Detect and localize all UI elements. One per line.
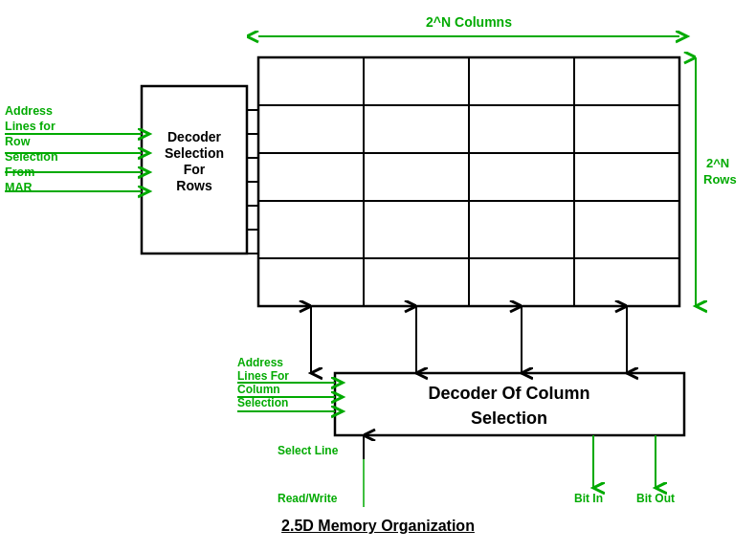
addr-row-label2: Lines for bbox=[5, 120, 56, 133]
diagram: Decoder Selection For Rows Address Lines… bbox=[0, 0, 756, 552]
bit-in-label: Bit In bbox=[574, 492, 603, 505]
addr-col-label1: Address bbox=[237, 356, 283, 369]
addr-col-label2: Lines For bbox=[237, 369, 289, 383]
addr-row-label5: From bbox=[5, 166, 34, 179]
addr-col-label3: Column bbox=[237, 383, 280, 396]
columns-label: 2^N Columns bbox=[426, 14, 512, 30]
bit-out-label: Bit Out bbox=[636, 492, 675, 505]
decoder-col-line1: Decoder Of Column bbox=[428, 384, 589, 403]
rows-label1: 2^N bbox=[706, 156, 729, 170]
read-write-label: Read/Write bbox=[278, 492, 338, 505]
select-line-label: Select Line bbox=[278, 444, 339, 457]
diagram-title: 2.5D Memory Organization bbox=[281, 518, 475, 535]
addr-row-label6: MAR bbox=[5, 181, 32, 194]
addr-row-label1: Address bbox=[5, 104, 53, 118]
decoder-rows-line1: Decoder bbox=[167, 129, 222, 144]
addr-row-label4: Selection bbox=[5, 150, 58, 164]
rows-label2: Rows bbox=[703, 172, 737, 187]
addr-row-label3: Row bbox=[5, 135, 31, 148]
decoder-rows-line3: For bbox=[184, 162, 206, 177]
decoder-rows-line2: Selection bbox=[165, 145, 224, 161]
addr-col-label4: Selection bbox=[237, 396, 288, 409]
decoder-rows-line4: Rows bbox=[176, 178, 212, 193]
decoder-col-line2: Selection bbox=[471, 408, 547, 428]
